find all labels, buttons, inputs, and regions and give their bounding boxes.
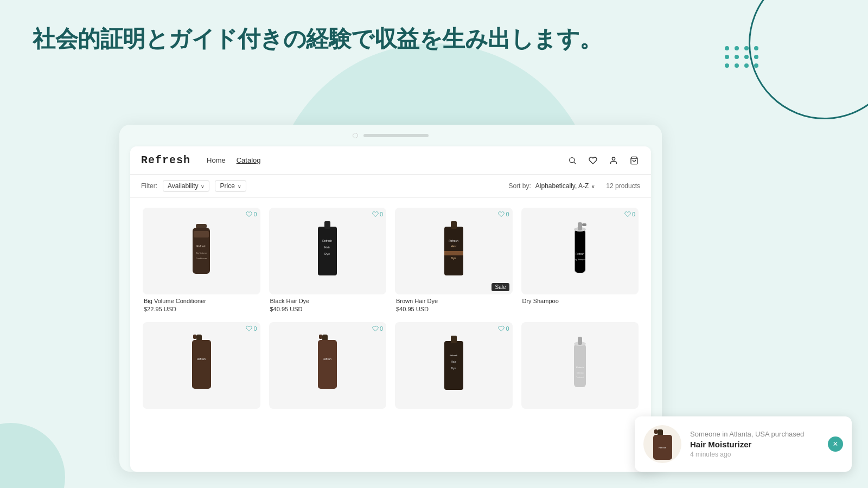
device-bar [363,134,429,137]
product-info-2: Black Hair Dye $40.95 USD [269,294,387,313]
product-card-5[interactable]: Refresh 0 [138,318,265,419]
svg-line-1 [574,162,576,164]
product-image-2: Refresh Hair Dye 0 [269,208,387,294]
product-name-2: Black Hair Dye [270,298,386,304]
hero-section: 社会的証明とガイド付きの経験で収益を生み出します。 [33,24,602,54]
notif-content: Someone in Atlanta, USA purchased Hair M… [690,430,822,458]
product-card-1[interactable]: Refresh Big Volume Conditioner 0 Big Vol… [138,203,265,318]
nav-catalog[interactable]: Catalog [237,156,261,164]
store-frame: Refresh Home Catalog [130,146,651,472]
notif-close-button[interactable]: × [828,436,843,452]
svg-text:Big Volume: Big Volume [196,252,207,254]
wishlist-btn-6[interactable]: 0 [372,325,383,332]
bottle-svg-2: Refresh Hair Dye [312,216,342,286]
navbar-icons [566,155,640,166]
svg-text:Refresh: Refresh [323,358,331,361]
product-price-3: $40.95 USD [396,306,512,312]
sort-section: Sort by: Alphabetically, A-Z 12 products [508,182,640,190]
svg-rect-41 [574,344,586,387]
wishlist-btn-2[interactable]: 0 [372,211,383,217]
svg-rect-22 [575,229,585,273]
wishlist-btn-3[interactable]: 0 [498,211,509,217]
svg-rect-17 [451,221,457,229]
svg-rect-25 [582,223,586,226]
product-card-2[interactable]: Refresh Hair Dye 0 Black Hair Dye $40.95… [265,203,391,318]
filter-price[interactable]: Price [215,180,246,192]
svg-text:Softening: Softening [576,372,583,374]
bg-circle-top-right [749,0,868,119]
filter-label: Filter: [141,182,157,190]
product-price-1: $22.95 USD [144,306,259,312]
product-name-3: Brown Hair Dye [396,298,512,304]
product-info-7 [395,409,513,415]
svg-text:Refresh: Refresh [450,354,457,357]
cart-icon[interactable] [628,155,640,166]
product-card-6[interactable]: Refresh 0 [265,318,391,419]
navbar: Refresh Home Catalog [130,146,651,175]
svg-text:Refresh: Refresh [576,366,584,369]
bottle-svg-8: Refresh Softening Treatment [566,330,593,401]
svg-point-0 [570,157,575,162]
wishlist-btn-5[interactable]: 0 [246,325,257,332]
device-camera [353,133,358,138]
notif-product-image: Refresh [648,427,678,462]
sort-dropdown[interactable]: Alphabetically, A-Z [535,182,596,190]
search-icon[interactable] [566,155,578,166]
bg-circle-bottom-left [0,423,65,488]
svg-rect-11 [324,221,330,229]
account-icon[interactable] [608,155,620,166]
filter-availability[interactable]: Availability [163,180,209,192]
product-image-7: Refresh Hair Dye 0 [395,322,513,409]
product-count: 12 products [606,182,640,190]
svg-rect-29 [193,335,196,339]
product-name-4: Dry Shampoo [522,298,638,304]
notif-time: 4 minutes ago [690,451,822,458]
svg-rect-36 [444,341,463,390]
dots-decoration [725,46,760,68]
product-info-1: Big Volume Conditioner $22.95 USD [143,294,260,313]
navbar-nav: Home Catalog [207,156,261,164]
svg-text:Refresh: Refresh [196,245,206,248]
svg-rect-30 [192,340,211,389]
product-image-3: Refresh Hair Dye 0 Sale [395,208,513,294]
nav-home[interactable]: Home [207,156,226,164]
svg-text:Dry Shampoo: Dry Shampoo [574,259,585,261]
svg-point-2 [612,157,615,160]
wishlist-btn-7[interactable]: 0 [498,325,509,332]
product-price-2: $40.95 USD [270,306,386,312]
device-frame: Refresh Home Catalog [119,125,662,472]
svg-rect-24 [578,222,582,230]
notification-popup: Refresh Someone in Atlanta, USA purchase… [635,416,852,472]
product-card-3[interactable]: Refresh Hair Dye 0 Sale Brown Hair Dye $… [391,203,517,318]
product-card-8[interactable]: Refresh Softening Treatment [517,318,643,419]
product-image-5: Refresh 0 [143,322,260,409]
product-card-7[interactable]: Refresh Hair Dye 0 [391,318,517,419]
sort-label: Sort by: [508,182,531,190]
notif-product: Hair Moisturizer [690,440,822,449]
product-info-5 [143,409,260,415]
svg-text:Hair: Hair [324,246,331,249]
svg-text:Conditioner: Conditioner [196,257,207,260]
bottle-svg-6: Refresh [312,330,342,401]
svg-rect-4 [196,224,207,228]
svg-rect-33 [319,335,322,339]
wishlist-icon[interactable] [587,155,599,166]
product-info-3: Brown Hair Dye $40.95 USD [395,294,513,313]
svg-rect-37 [451,336,457,343]
svg-text:Hair: Hair [450,245,457,248]
product-card-4[interactable]: Refresh Dry Shampoo 0 Dry Shampoo [517,203,643,318]
svg-rect-48 [654,429,658,434]
wishlist-btn-1[interactable]: 0 [246,211,257,217]
sale-badge-3: Sale [492,283,509,291]
notif-avatar: Refresh [643,425,681,463]
svg-text:Dye: Dye [451,367,456,370]
products-grid: Refresh Big Volume Conditioner 0 Big Vol… [130,198,651,425]
svg-text:Refresh: Refresh [449,239,458,242]
store-logo: Refresh [141,154,190,166]
wishlist-btn-4[interactable]: 0 [624,211,635,217]
svg-text:Refresh: Refresh [658,446,666,449]
svg-rect-34 [318,340,337,389]
filter-bar: Filter: Availability Price Sort by: Alph… [130,175,651,198]
svg-text:Treatment: Treatment [576,376,584,378]
bottle-svg-4: Refresh Dry Shampoo [566,216,593,286]
